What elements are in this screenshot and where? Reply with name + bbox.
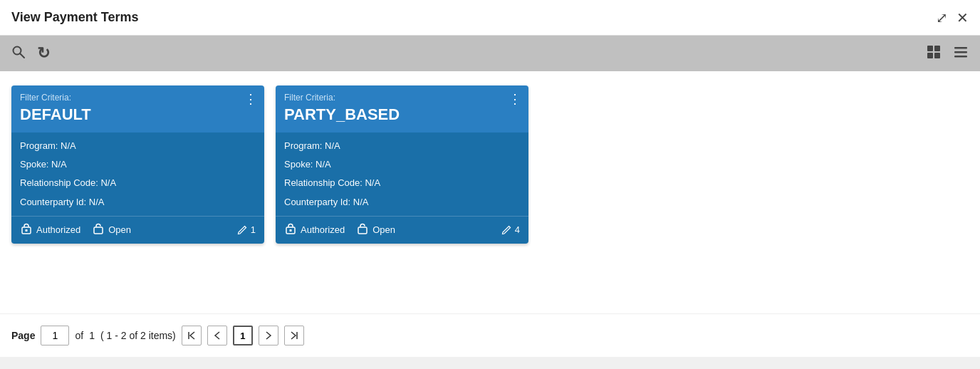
open-status-party-based: Open [356,222,395,238]
close-icon[interactable]: ✕ [956,9,969,26]
field-relcode-default: Relationship Code: N/A [20,177,256,189]
authorized-status-default: Authorized [20,222,80,238]
svg-rect-4 [927,53,933,58]
last-page-button[interactable] [284,326,304,345]
range-text: ( 1 - 2 of 2 items) [100,330,176,341]
card-default: Filter Criteria: DEFAULT ⋮ Program: N/A … [11,85,264,244]
open-icon-party-based [356,222,369,238]
open-label-default: Open [108,224,131,235]
card-title-party-based: PARTY_BASED [284,105,520,124]
prev-page-button[interactable] [207,326,227,345]
expand-icon[interactable]: ⤢ [936,9,948,26]
pagination-bar: Page of 1 ( 1 - 2 of 2 items) 1 [0,313,980,357]
authorized-icon-party-based [284,222,297,238]
svg-line-1 [21,53,25,58]
svg-rect-6 [954,47,967,49]
svg-rect-7 [954,51,967,53]
authorized-icon-default [20,222,33,238]
page-input[interactable] [41,326,69,345]
authorized-status-party-based: Authorized [284,222,345,238]
svg-rect-5 [934,53,940,58]
of-label: of [75,330,83,341]
card-body-party-based: Program: N/A Spoke: N/A Relationship Cod… [276,132,528,216]
open-icon-default [92,222,105,238]
next-page-button[interactable] [259,326,278,345]
card-footer-party-based: Authorized Open 4 [276,216,528,244]
field-program-default: Program: N/A [20,140,256,152]
edit-count-party-based[interactable]: 4 [501,224,520,236]
filter-label-party-based: Filter Criteria: [284,93,520,103]
field-counterparty-party-based: Counterparty Id: N/A [284,196,520,209]
svg-rect-3 [934,46,940,51]
total-pages: 1 [89,330,95,341]
card-header-default: Filter Criteria: DEFAULT ⋮ [11,85,264,132]
card-header-party-based: Filter Criteria: PARTY_BASED ⋮ [276,85,528,132]
open-status-default: Open [92,222,131,238]
field-spoke-party-based: Spoke: N/A [284,158,520,171]
authorized-label-party-based: Authorized [301,224,345,235]
field-program-party-based: Program: N/A [284,140,520,152]
main-content: Filter Criteria: DEFAULT ⋮ Program: N/A … [0,71,980,313]
title-bar: View Payment Terms ⤢ ✕ [0,0,980,36]
svg-rect-10 [26,229,28,232]
page-title: View Payment Terms [11,10,138,25]
grid-view-icon[interactable] [926,44,942,63]
svg-rect-8 [954,56,967,58]
svg-rect-13 [290,229,292,232]
svg-rect-2 [927,46,933,51]
card-party-based: Filter Criteria: PARTY_BASED ⋮ Program: … [276,85,528,244]
page-label: Page [11,330,35,341]
field-counterparty-default: Counterparty Id: N/A [20,196,256,209]
card-menu-party-based[interactable]: ⋮ [509,93,521,105]
toolbar-right [926,44,969,63]
svg-rect-11 [94,227,103,234]
field-relcode-party-based: Relationship Code: N/A [284,177,520,189]
card-footer-default: Authorized Open 1 [11,216,264,244]
current-page-display: 1 [233,326,253,345]
refresh-icon[interactable]: ↻ [37,44,50,63]
search-icon[interactable] [11,45,26,63]
edit-count-default[interactable]: 1 [236,224,256,236]
card-menu-default[interactable]: ⋮ [244,93,257,105]
toolbar-left: ↻ [11,44,50,63]
first-page-button[interactable] [182,326,202,345]
title-bar-actions: ⤢ ✕ [936,9,969,26]
field-spoke-default: Spoke: N/A [20,158,256,171]
card-body-default: Program: N/A Spoke: N/A Relationship Cod… [11,132,264,216]
card-title-default: DEFAULT [20,105,256,124]
toolbar: ↻ [0,36,980,71]
filter-label-default: Filter Criteria: [20,93,256,103]
menu-icon[interactable] [953,44,969,63]
authorized-label-default: Authorized [36,224,80,235]
cards-container: Filter Criteria: DEFAULT ⋮ Program: N/A … [11,85,969,244]
open-label-party-based: Open [372,224,395,235]
svg-rect-14 [358,227,367,234]
